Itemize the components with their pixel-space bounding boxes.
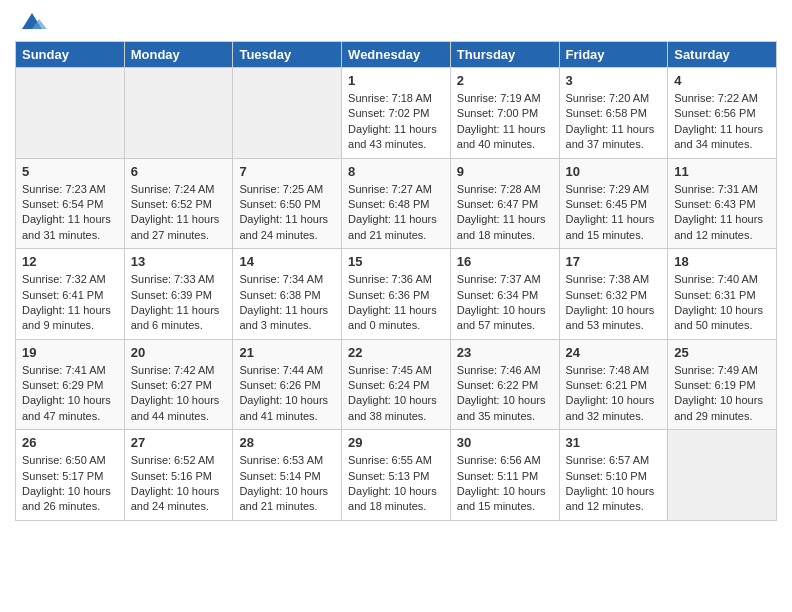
day-info: Sunrise: 7:44 AMSunset: 6:26 PMDaylight:…: [239, 363, 335, 425]
day-info-line: Sunrise: 7:44 AM: [239, 363, 335, 378]
day-number: 30: [457, 435, 553, 450]
day-info-line: Sunset: 6:50 PM: [239, 197, 335, 212]
day-number: 19: [22, 345, 118, 360]
day-info-line: and 18 minutes.: [348, 499, 444, 514]
day-info-line: Sunset: 5:11 PM: [457, 469, 553, 484]
day-info-line: Sunset: 6:39 PM: [131, 288, 227, 303]
week-row-1: 1Sunrise: 7:18 AMSunset: 7:02 PMDaylight…: [16, 68, 777, 159]
day-info-line: Daylight: 11 hours: [457, 122, 553, 137]
day-info-line: and 53 minutes.: [566, 318, 662, 333]
day-info-line: Sunset: 7:02 PM: [348, 106, 444, 121]
day-info-line: Sunset: 6:31 PM: [674, 288, 770, 303]
calendar-cell: 6Sunrise: 7:24 AMSunset: 6:52 PMDaylight…: [124, 158, 233, 249]
day-info-line: Daylight: 11 hours: [674, 212, 770, 227]
day-info-line: Sunset: 6:48 PM: [348, 197, 444, 212]
day-info-line: Daylight: 11 hours: [566, 212, 662, 227]
day-info-line: Sunrise: 7:28 AM: [457, 182, 553, 197]
calendar-cell: 10Sunrise: 7:29 AMSunset: 6:45 PMDayligh…: [559, 158, 668, 249]
day-info-line: Sunset: 6:24 PM: [348, 378, 444, 393]
day-info-line: and 6 minutes.: [131, 318, 227, 333]
header-day-friday: Friday: [559, 42, 668, 68]
day-info: Sunrise: 7:24 AMSunset: 6:52 PMDaylight:…: [131, 182, 227, 244]
calendar-cell: [668, 430, 777, 521]
day-info: Sunrise: 7:18 AMSunset: 7:02 PMDaylight:…: [348, 91, 444, 153]
calendar-cell: 31Sunrise: 6:57 AMSunset: 5:10 PMDayligh…: [559, 430, 668, 521]
day-info-line: and 24 minutes.: [239, 228, 335, 243]
calendar-cell: 7Sunrise: 7:25 AMSunset: 6:50 PMDaylight…: [233, 158, 342, 249]
calendar-cell: 25Sunrise: 7:49 AMSunset: 6:19 PMDayligh…: [668, 339, 777, 430]
calendar-cell: 21Sunrise: 7:44 AMSunset: 6:26 PMDayligh…: [233, 339, 342, 430]
day-info: Sunrise: 7:32 AMSunset: 6:41 PMDaylight:…: [22, 272, 118, 334]
day-number: 26: [22, 435, 118, 450]
day-number: 2: [457, 73, 553, 88]
day-info-line: Sunrise: 7:38 AM: [566, 272, 662, 287]
day-info-line: Sunset: 6:19 PM: [674, 378, 770, 393]
day-info-line: Sunrise: 7:32 AM: [22, 272, 118, 287]
day-info-line: Sunset: 5:13 PM: [348, 469, 444, 484]
calendar-cell: 19Sunrise: 7:41 AMSunset: 6:29 PMDayligh…: [16, 339, 125, 430]
day-info: Sunrise: 7:22 AMSunset: 6:56 PMDaylight:…: [674, 91, 770, 153]
day-info-line: Sunrise: 7:25 AM: [239, 182, 335, 197]
day-info-line: Sunset: 6:54 PM: [22, 197, 118, 212]
day-info-line: Daylight: 11 hours: [348, 122, 444, 137]
day-info-line: Daylight: 11 hours: [131, 303, 227, 318]
day-info-line: Sunrise: 7:41 AM: [22, 363, 118, 378]
day-info: Sunrise: 7:25 AMSunset: 6:50 PMDaylight:…: [239, 182, 335, 244]
day-info-line: Daylight: 11 hours: [22, 212, 118, 227]
day-info-line: Sunrise: 7:19 AM: [457, 91, 553, 106]
day-info-line: Daylight: 10 hours: [239, 484, 335, 499]
calendar-cell: 28Sunrise: 6:53 AMSunset: 5:14 PMDayligh…: [233, 430, 342, 521]
header-day-thursday: Thursday: [450, 42, 559, 68]
day-info-line: Sunrise: 7:20 AM: [566, 91, 662, 106]
day-info-line: and 43 minutes.: [348, 137, 444, 152]
day-info-line: and 27 minutes.: [131, 228, 227, 243]
day-number: 14: [239, 254, 335, 269]
day-number: 1: [348, 73, 444, 88]
day-number: 10: [566, 164, 662, 179]
calendar-cell: 30Sunrise: 6:56 AMSunset: 5:11 PMDayligh…: [450, 430, 559, 521]
day-number: 9: [457, 164, 553, 179]
day-number: 7: [239, 164, 335, 179]
day-number: 21: [239, 345, 335, 360]
day-info-line: Daylight: 11 hours: [239, 303, 335, 318]
calendar-cell: 26Sunrise: 6:50 AMSunset: 5:17 PMDayligh…: [16, 430, 125, 521]
day-info-line: Daylight: 10 hours: [131, 484, 227, 499]
calendar-cell: 27Sunrise: 6:52 AMSunset: 5:16 PMDayligh…: [124, 430, 233, 521]
day-info-line: Sunrise: 6:50 AM: [22, 453, 118, 468]
day-info-line: Sunrise: 7:23 AM: [22, 182, 118, 197]
day-info-line: Daylight: 11 hours: [674, 122, 770, 137]
calendar-cell: 8Sunrise: 7:27 AMSunset: 6:48 PMDaylight…: [342, 158, 451, 249]
day-info: Sunrise: 7:20 AMSunset: 6:58 PMDaylight:…: [566, 91, 662, 153]
day-info-line: Daylight: 10 hours: [457, 484, 553, 499]
day-info-line: Sunset: 6:32 PM: [566, 288, 662, 303]
day-info: Sunrise: 7:41 AMSunset: 6:29 PMDaylight:…: [22, 363, 118, 425]
day-info-line: Sunrise: 7:33 AM: [131, 272, 227, 287]
day-info-line: Daylight: 10 hours: [131, 393, 227, 408]
day-number: 22: [348, 345, 444, 360]
calendar-header: SundayMondayTuesdayWednesdayThursdayFrid…: [16, 42, 777, 68]
calendar-cell: 12Sunrise: 7:32 AMSunset: 6:41 PMDayligh…: [16, 249, 125, 340]
day-info: Sunrise: 7:28 AMSunset: 6:47 PMDaylight:…: [457, 182, 553, 244]
day-info-line: Daylight: 11 hours: [239, 212, 335, 227]
day-info-line: Sunrise: 7:31 AM: [674, 182, 770, 197]
calendar-cell: 15Sunrise: 7:36 AMSunset: 6:36 PMDayligh…: [342, 249, 451, 340]
day-info-line: Sunset: 6:41 PM: [22, 288, 118, 303]
day-info-line: and 41 minutes.: [239, 409, 335, 424]
day-number: 6: [131, 164, 227, 179]
page-container: SundayMondayTuesdayWednesdayThursdayFrid…: [0, 0, 792, 531]
day-info-line: and 0 minutes.: [348, 318, 444, 333]
calendar-cell: 3Sunrise: 7:20 AMSunset: 6:58 PMDaylight…: [559, 68, 668, 159]
week-row-3: 12Sunrise: 7:32 AMSunset: 6:41 PMDayligh…: [16, 249, 777, 340]
day-number: 8: [348, 164, 444, 179]
day-info: Sunrise: 7:34 AMSunset: 6:38 PMDaylight:…: [239, 272, 335, 334]
day-info-line: Daylight: 10 hours: [566, 393, 662, 408]
day-number: 24: [566, 345, 662, 360]
day-info-line: Sunset: 6:21 PM: [566, 378, 662, 393]
day-info-line: and 34 minutes.: [674, 137, 770, 152]
header-day-wednesday: Wednesday: [342, 42, 451, 68]
day-info-line: Daylight: 10 hours: [457, 303, 553, 318]
day-info-line: Daylight: 11 hours: [457, 212, 553, 227]
day-info-line: Sunrise: 7:29 AM: [566, 182, 662, 197]
day-info-line: and 12 minutes.: [566, 499, 662, 514]
day-info-line: Sunset: 5:14 PM: [239, 469, 335, 484]
